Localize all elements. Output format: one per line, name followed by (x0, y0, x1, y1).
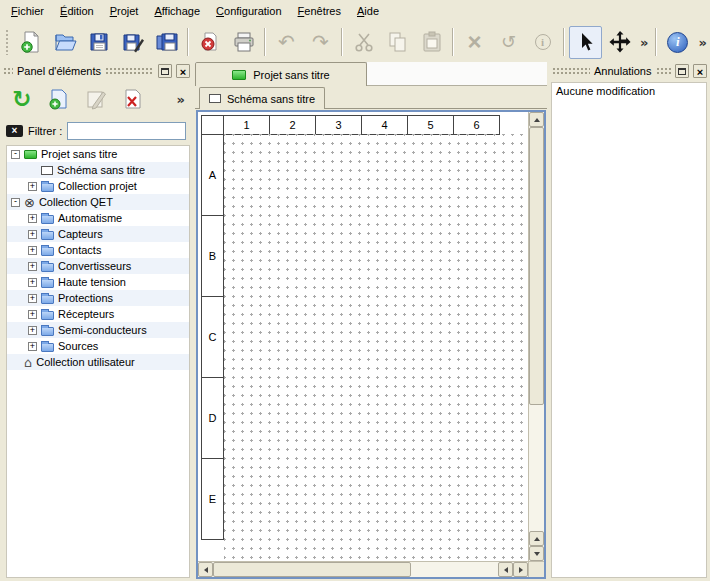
close-panel-button[interactable] (176, 64, 190, 78)
save-all-button[interactable] (150, 26, 183, 59)
horizontal-scroll-track[interactable] (411, 562, 498, 577)
redo-button[interactable] (304, 26, 337, 59)
new-project-button[interactable] (14, 26, 47, 59)
cut-button[interactable] (347, 26, 380, 59)
tree-item-protections[interactable]: Protections (7, 290, 189, 306)
tree-item-collection-projet[interactable]: Collection projet (7, 178, 189, 194)
dock-grip-dots (656, 67, 672, 75)
float-icon (161, 68, 169, 75)
rotate-button[interactable] (492, 26, 525, 59)
arrow-right-icon (519, 567, 523, 573)
expand-expander-icon[interactable] (28, 214, 37, 223)
scroll-left-button-2[interactable] (498, 562, 513, 577)
tree-item-collection-qet[interactable]: Collection QET (7, 194, 189, 210)
save-as-button[interactable] (116, 26, 149, 59)
tree-item-semi-conducteurs[interactable]: Semi-conducteurs (7, 322, 189, 338)
undo-panel-titlebar[interactable]: Annulations (549, 62, 710, 80)
undo-history-list[interactable]: Aucune modification (551, 82, 707, 578)
copy-button[interactable] (381, 26, 414, 59)
tree-item-label: Contacts (58, 244, 101, 256)
folder-icon (41, 327, 54, 336)
menu-configuration[interactable]: Configuration (208, 2, 289, 20)
elements-panel-titlebar[interactable]: Panel d'éléments (0, 62, 193, 80)
menu-edition[interactable]: Édition (52, 2, 102, 20)
menu-fichier[interactable]: Fichier (3, 2, 52, 20)
toolbar-overflow-button-2[interactable]: » (695, 35, 709, 50)
project-tab-bar: Projet sans titre (195, 62, 547, 86)
expand-expander-icon[interactable] (28, 310, 37, 319)
save-button[interactable] (82, 26, 115, 59)
ruler-row: C (201, 296, 224, 378)
toolbar-overflow-button[interactable]: » (637, 35, 651, 50)
tree-item-recepteurs[interactable]: Récepteurs (7, 306, 189, 322)
menu-fenetres[interactable]: Fenêtres (290, 2, 349, 20)
expand-expander-icon[interactable] (28, 246, 37, 255)
tree-item-capteurs[interactable]: Capteurs (7, 226, 189, 242)
tree-item-contacts[interactable]: Contacts (7, 242, 189, 258)
filter-input[interactable] (67, 122, 186, 140)
expand-expander-icon[interactable] (28, 342, 37, 351)
vertical-scroll-thumb[interactable] (529, 127, 544, 405)
element-info-button[interactable] (526, 26, 559, 59)
expand-expander-icon[interactable] (28, 294, 37, 303)
tree-item-projet[interactable]: Projet sans titre (7, 146, 189, 162)
toolbar-separator (452, 28, 454, 56)
scroll-down-button[interactable] (529, 546, 544, 561)
horizontal-scroll-thumb[interactable] (213, 562, 411, 577)
open-project-button[interactable] (48, 26, 81, 59)
vertical-scrollbar[interactable] (528, 112, 544, 561)
tree-item-haute-tension[interactable]: Haute tension (7, 274, 189, 290)
selection-mode-button[interactable] (569, 26, 602, 59)
expand-expander-icon[interactable] (28, 278, 37, 287)
scroll-up-button[interactable] (529, 112, 544, 127)
application-window: Fichier Édition Projet Affichage Configu… (0, 0, 710, 581)
undo-panel: Annulations Aucune modification (549, 62, 710, 581)
expand-expander-icon[interactable] (28, 230, 37, 239)
tree-item-label: Capteurs (58, 228, 103, 240)
expand-expander-icon[interactable] (28, 262, 37, 271)
tree-item-collection-utilisateur[interactable]: Collection utilisateur (7, 354, 189, 370)
vertical-scroll-track[interactable] (529, 405, 544, 531)
close-file-button[interactable] (193, 26, 226, 59)
menu-affichage[interactable]: Affichage (146, 2, 208, 20)
scroll-right-button[interactable] (513, 562, 528, 577)
horizontal-scrollbar[interactable] (198, 561, 528, 577)
clear-filter-button[interactable] (6, 125, 23, 137)
expand-expander-icon[interactable] (28, 326, 37, 335)
menu-aide[interactable]: Aide (349, 2, 387, 20)
float-panel-button[interactable] (675, 64, 689, 78)
tree-item-automatisme[interactable]: Automatisme (7, 210, 189, 226)
tree-item-convertisseurs[interactable]: Convertisseurs (7, 258, 189, 274)
print-button[interactable] (227, 26, 260, 59)
expand-expander-icon[interactable] (28, 182, 37, 191)
pan-mode-button[interactable] (603, 26, 636, 59)
reload-collections-button[interactable] (8, 85, 36, 113)
delete-element-button[interactable] (119, 85, 147, 113)
collapse-expander-icon[interactable] (11, 150, 20, 159)
tree-item-schema[interactable]: Schéma sans titre (7, 162, 189, 178)
new-element-button[interactable] (45, 85, 73, 113)
tree-item-sources[interactable]: Sources (7, 338, 189, 354)
menu-projet[interactable]: Projet (102, 2, 147, 20)
paste-icon (421, 31, 443, 53)
delete-button[interactable] (458, 26, 491, 59)
project-tab[interactable]: Projet sans titre (195, 62, 367, 86)
folder-icon (41, 263, 54, 272)
toolbar-grip[interactable] (5, 29, 10, 55)
float-panel-button[interactable] (158, 64, 172, 78)
tree-item-label: Haute tension (58, 276, 126, 288)
edit-element-button[interactable] (82, 85, 110, 113)
undo-button[interactable] (270, 26, 303, 59)
close-panel-button[interactable] (693, 64, 707, 78)
panel-overflow-button[interactable]: » (174, 92, 188, 107)
schema-canvas[interactable] (224, 134, 528, 561)
tree-item-label: Schéma sans titre (57, 164, 145, 176)
menu-bar: Fichier Édition Projet Affichage Configu… (0, 0, 710, 22)
paste-button[interactable] (415, 26, 448, 59)
scroll-up-button-2[interactable] (529, 531, 544, 546)
about-info-button[interactable] (661, 26, 694, 59)
arrow-down-icon (534, 552, 540, 556)
collapse-expander-icon[interactable] (11, 198, 20, 207)
schema-tab[interactable]: Schéma sans titre (199, 87, 325, 109)
scroll-left-button[interactable] (198, 562, 213, 577)
